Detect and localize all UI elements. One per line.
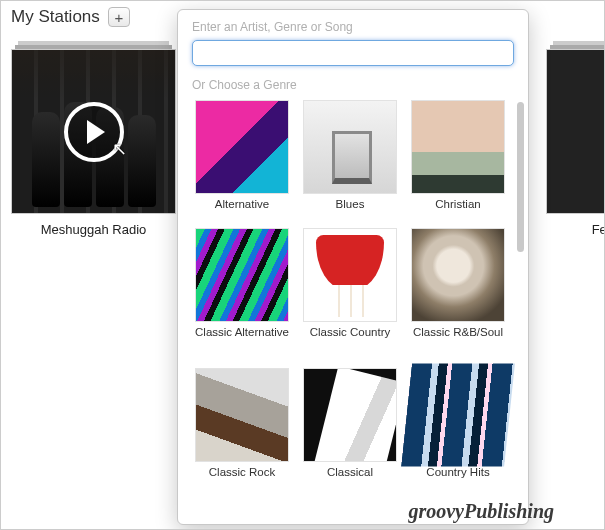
add-station-button[interactable]: + bbox=[108, 7, 130, 27]
genre-thumb bbox=[411, 100, 505, 194]
search-prompt: Enter an Artist, Genre or Song bbox=[178, 10, 528, 36]
genre-label: Classic Rock bbox=[192, 466, 292, 480]
genre-thumb bbox=[303, 368, 397, 462]
genre-tile-christian[interactable]: Christian bbox=[408, 100, 508, 212]
genre-thumb bbox=[303, 228, 397, 322]
genre-tile-classic-alternative[interactable]: Classic Alternative bbox=[192, 228, 292, 352]
genre-tile-classic-rock[interactable]: Classic Rock bbox=[192, 368, 292, 480]
station-artwork[interactable]: FeaR FaCtoRy ♦ B S ♦ L E bbox=[546, 49, 605, 214]
genre-thumb bbox=[411, 228, 505, 322]
genre-tile-country-hits[interactable]: Country Hits bbox=[408, 368, 508, 480]
genre-tile-alternative[interactable]: Alternative bbox=[192, 100, 292, 212]
genre-label: Classic R&B/Soul bbox=[408, 326, 508, 352]
station-tile[interactable]: FeaR FaCtoRy ♦ B S ♦ L E Fear Factory bbox=[546, 49, 605, 237]
add-station-popover: Enter an Artist, Genre or Song Or Choose… bbox=[177, 9, 529, 525]
genre-label: Alternative bbox=[192, 198, 292, 212]
genre-label: Classic Country bbox=[300, 326, 400, 352]
station-artwork[interactable]: ↖ bbox=[11, 49, 176, 214]
scrollbar-thumb[interactable] bbox=[517, 102, 524, 252]
genre-tile-classical[interactable]: Classical bbox=[300, 368, 400, 480]
genre-label: Blues bbox=[300, 198, 400, 212]
genre-thumb bbox=[303, 100, 397, 194]
search-input[interactable] bbox=[192, 40, 514, 66]
genre-tile-classic-country[interactable]: Classic Country bbox=[300, 228, 400, 352]
cursor-icon: ↖ bbox=[112, 138, 127, 160]
watermark: groovyPublishing bbox=[408, 500, 554, 523]
genre-tile-classic-rnb-soul[interactable]: Classic R&B/Soul bbox=[408, 228, 508, 352]
genre-thumb bbox=[195, 368, 289, 462]
genre-thumb bbox=[195, 228, 289, 322]
genre-label: Classical bbox=[300, 466, 400, 480]
station-label: Fear Factory bbox=[546, 222, 605, 237]
plus-icon: + bbox=[114, 10, 123, 25]
genre-label: Classic Alternative bbox=[192, 326, 292, 352]
station-tile[interactable]: ↖ Meshuggah Radio bbox=[11, 49, 176, 237]
genre-grid-container: Alternative Blues Christian Classic Alte… bbox=[178, 96, 528, 525]
station-label: Meshuggah Radio bbox=[11, 222, 176, 237]
genre-thumb bbox=[195, 100, 289, 194]
page-title: My Stations bbox=[11, 7, 100, 27]
genre-tile-blues[interactable]: Blues bbox=[300, 100, 400, 212]
choose-genre-label: Or Choose a Genre bbox=[178, 66, 528, 96]
genre-label: Country Hits bbox=[408, 466, 508, 480]
genre-grid: Alternative Blues Christian Classic Alte… bbox=[178, 96, 528, 490]
genre-label: Christian bbox=[408, 198, 508, 212]
